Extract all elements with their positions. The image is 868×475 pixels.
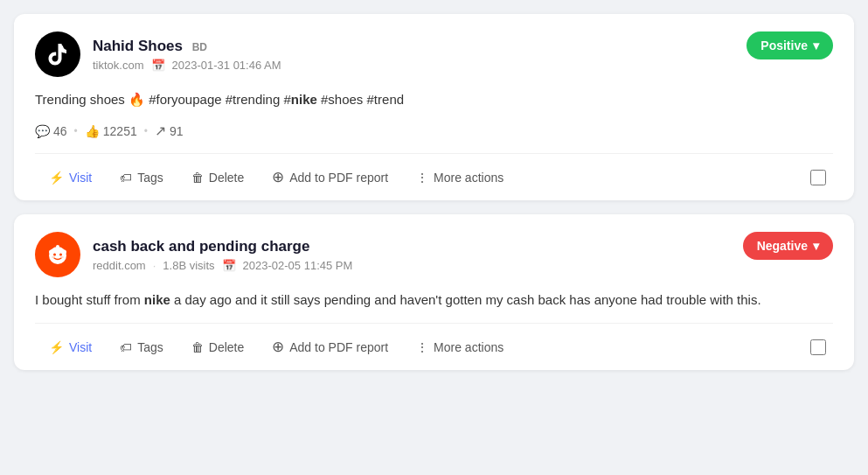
visit-icon-1: ⚡ — [49, 171, 64, 185]
delete-icon-1: 🗑 — [191, 171, 204, 185]
source-url-2: reddit.com — [93, 259, 146, 272]
content-prefix-2: I bought stuff from — [35, 292, 144, 307]
source-name-2: cash back and pending charge — [93, 238, 352, 255]
pdf-button-1[interactable]: ⊕ Add to PDF report — [258, 157, 402, 197]
likes-count: 12251 — [103, 124, 137, 138]
more-actions-button-2[interactable]: ⋮ More actions — [402, 330, 517, 365]
more-icon-1: ⋮ — [416, 171, 428, 185]
sentiment-label-1: Positive — [760, 38, 808, 52]
sentiment-badge-negative[interactable]: Negative ▾ — [743, 232, 833, 260]
card-stats-1: 💬 46 • 👍 12251 • ↗ 91 — [35, 122, 833, 139]
visit-icon-2: ⚡ — [49, 340, 64, 354]
source-meta-2: reddit.com · 1.8B visits 📅 2023-02-05 11… — [93, 259, 352, 272]
content-bold-1: nike — [291, 92, 317, 107]
tiktok-icon — [44, 40, 72, 68]
source-name-1: Nahid Shoes BD — [93, 38, 281, 55]
likes-icon: 👍 — [85, 124, 100, 138]
select-checkbox-1[interactable] — [810, 170, 826, 185]
card-actions-1: ⚡ Visit 🏷 Tags 🗑 Delete ⊕ Add to PDF rep… — [35, 153, 833, 200]
stat-comments-1: 💬 46 — [35, 124, 67, 138]
avatar-tiktok — [35, 31, 80, 77]
pdf-label-1: Add to PDF report — [289, 171, 388, 185]
tags-label-2: Tags — [137, 340, 163, 354]
source-date-2: 2023-02-05 11:45 PM — [243, 259, 353, 272]
svg-point-2 — [59, 254, 62, 256]
source-info-2: cash back and pending charge reddit.com … — [93, 238, 352, 272]
svg-point-5 — [62, 250, 66, 255]
shares-count: 91 — [170, 124, 184, 138]
stat-sep-2: • — [144, 125, 148, 137]
more-label-2: More actions — [434, 340, 503, 354]
stat-likes-1: 👍 12251 — [85, 124, 137, 138]
stat-sep-1: • — [74, 125, 78, 137]
card-content-2: I bought stuff from nike a day ago and i… — [35, 290, 833, 311]
calendar-icon-2: 📅 — [222, 259, 236, 272]
content-rest-2: a day ago and it still says pending and … — [170, 292, 761, 307]
sentiment-badge-positive[interactable]: Positive ▾ — [746, 31, 833, 59]
tags-icon-1: 🏷 — [120, 171, 132, 185]
delete-icon-2: 🗑 — [191, 340, 204, 354]
source-url-1: tiktok.com — [93, 59, 144, 72]
delete-label-2: Delete — [209, 340, 244, 354]
svg-point-7 — [60, 256, 64, 258]
post-card-2: cash back and pending charge reddit.com … — [14, 214, 854, 370]
content-text-1: Trending shoes 🔥 #foryoupage #trending # — [35, 92, 291, 107]
platform-badge-1: BD — [192, 41, 207, 53]
meta-dot-2: · — [153, 259, 156, 272]
visit-label-1: Visit — [69, 171, 92, 185]
comments-count: 46 — [53, 124, 67, 138]
checkbox-area-1 — [803, 159, 833, 196]
more-label-1: More actions — [434, 171, 503, 185]
chevron-down-icon: ▾ — [813, 38, 819, 52]
pdf-label-2: Add to PDF report — [289, 340, 388, 354]
visit-button-1[interactable]: ⚡ Visit — [35, 160, 106, 195]
sentiment-label-2: Negative — [757, 239, 808, 253]
svg-point-1 — [53, 254, 56, 256]
avatar-reddit — [35, 232, 80, 277]
svg-point-6 — [52, 256, 55, 258]
more-actions-button-1[interactable]: ⋮ More actions — [402, 160, 517, 195]
checkbox-area-2 — [803, 329, 833, 366]
tags-button-1[interactable]: 🏷 Tags — [106, 160, 177, 195]
source-date-1: 2023-01-31 01:46 AM — [172, 59, 281, 72]
source-name-text-1: Nahid Shoes — [93, 38, 183, 54]
chevron-down-icon-2: ▾ — [813, 239, 819, 253]
pdf-icon-1: ⊕ — [272, 168, 284, 186]
card-header-left-1: Nahid Shoes BD tiktok.com 📅 2023-01-31 0… — [35, 31, 281, 77]
shares-icon: ↗ — [155, 122, 166, 139]
content-bold-2: nike — [144, 292, 170, 307]
stat-shares-1: ↗ 91 — [155, 122, 184, 139]
post-card-1: Nahid Shoes BD tiktok.com 📅 2023-01-31 0… — [14, 14, 854, 200]
delete-label-1: Delete — [209, 171, 244, 185]
visit-label-2: Visit — [69, 340, 92, 354]
svg-point-3 — [56, 245, 59, 248]
comments-icon: 💬 — [35, 124, 50, 138]
content-rest-1: #shoes #trend — [317, 92, 404, 107]
calendar-icon-1: 📅 — [151, 59, 165, 72]
pdf-button-2[interactable]: ⊕ Add to PDF report — [258, 327, 402, 367]
card-header-2: cash back and pending charge reddit.com … — [35, 232, 833, 277]
card-content-1: Trending shoes 🔥 #foryoupage #trending #… — [35, 89, 833, 110]
source-name-text-2: cash back and pending charge — [93, 238, 309, 255]
source-meta-1: tiktok.com 📅 2023-01-31 01:46 AM — [93, 59, 281, 72]
visit-button-2[interactable]: ⚡ Visit — [35, 330, 106, 365]
pdf-icon-2: ⊕ — [272, 338, 284, 356]
card-header-1: Nahid Shoes BD tiktok.com 📅 2023-01-31 0… — [35, 31, 833, 77]
source-visits-2: 1.8B visits — [163, 259, 214, 272]
card-actions-2: ⚡ Visit 🏷 Tags 🗑 Delete ⊕ Add to PDF rep… — [35, 323, 833, 370]
delete-button-2[interactable]: 🗑 Delete — [177, 330, 258, 365]
tags-icon-2: 🏷 — [120, 340, 132, 354]
select-checkbox-2[interactable] — [810, 339, 826, 355]
tags-button-2[interactable]: 🏷 Tags — [106, 330, 177, 365]
more-icon-2: ⋮ — [416, 340, 428, 354]
tags-label-1: Tags — [137, 171, 163, 185]
reddit-icon — [44, 241, 72, 269]
source-info-1: Nahid Shoes BD tiktok.com 📅 2023-01-31 0… — [93, 38, 281, 72]
delete-button-1[interactable]: 🗑 Delete — [177, 160, 258, 195]
svg-point-4 — [49, 250, 53, 255]
card-header-left-2: cash back and pending charge reddit.com … — [35, 232, 352, 277]
